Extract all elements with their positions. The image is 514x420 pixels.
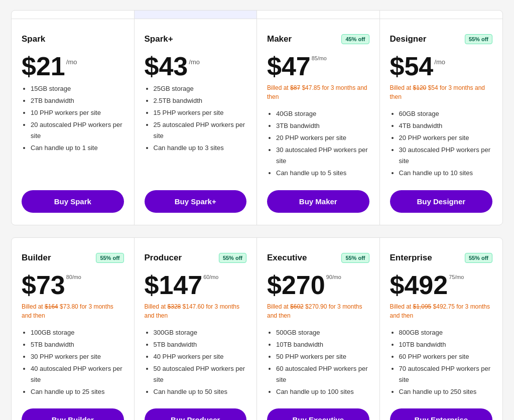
buy-button[interactable]: Buy Executive [267, 408, 369, 420]
buy-button[interactable]: Buy Designer [390, 190, 493, 213]
discount-badge: 55% off [465, 34, 492, 44]
discount-badge: 55% off [96, 253, 123, 263]
plan-card: Executive 55% off $270 90/mo Billed at $… [257, 238, 380, 420]
banner-spacer-4 [380, 11, 503, 19]
price-superscript: 85/mo [312, 55, 327, 64]
plan-card: Enterprise 55% off $492 75/mo Billed at … [380, 238, 503, 420]
buy-button[interactable]: Buy Enterprise [390, 408, 493, 420]
feature-item: 30 PHP workers per site [31, 351, 124, 362]
feature-item: 20 PHP workers per site [399, 132, 493, 144]
buy-button[interactable]: Buy Spark+ [145, 190, 247, 213]
features-list: 800GB storage10TB bandwidth60 PHP worker… [390, 327, 493, 399]
bottom-plans-row: Builder 55% off $73 80/mo Billed at $164… [12, 238, 502, 420]
features-list: 60GB storage4TB bandwidth20 PHP workers … [390, 108, 493, 180]
price-per-mo: /mo [189, 58, 200, 66]
feature-item: Can handle up to 10 sites [399, 168, 493, 179]
feature-item: 15GB storage [31, 83, 124, 94]
price-main: $270 [267, 272, 325, 298]
plan-name: Producer [145, 253, 182, 263]
plan-name: Executive [267, 253, 307, 263]
price-superscript: 80/mo [66, 274, 81, 283]
feature-item: 20 autoscaled PHP workers per site [31, 119, 124, 142]
feature-item: 3TB bandwidth [276, 120, 369, 131]
plan-name: Maker [267, 34, 292, 44]
plan-name-row: Maker 45% off [267, 31, 369, 47]
feature-item: 60GB storage [399, 108, 493, 119]
feature-item: 2.5TB bandwidth [154, 95, 247, 106]
banner-spacer-3 [257, 11, 380, 19]
price-main: $147 [145, 272, 203, 298]
feature-item: 40 PHP workers per site [154, 351, 247, 362]
features-list: 300GB storage5TB bandwidth40 PHP workers… [145, 327, 247, 399]
feature-item: 15 PHP workers per site [154, 107, 247, 118]
feature-item: 20 PHP workers per site [276, 132, 369, 144]
price-per-mo: /mo [66, 58, 77, 66]
plan-name: Enterprise [390, 253, 432, 263]
plan-card: Producer 55% off $147 60/mo Billed at $3… [135, 238, 258, 420]
feature-item: 10TB bandwidth [276, 339, 369, 350]
price-main: $73 [22, 272, 65, 298]
feature-item: 25 autoscaled PHP workers per site [154, 119, 247, 142]
plan-name-row: Builder 55% off [22, 250, 124, 266]
plan-name-row: Spark+ [145, 31, 247, 47]
feature-item: Can handle up to 50 sites [154, 386, 247, 397]
price-superscript: 75/mo [449, 274, 464, 283]
price-main: $54 [390, 53, 434, 79]
feature-item: Can handle up to 3 sites [154, 143, 247, 154]
feature-item: 4TB bandwidth [399, 120, 493, 131]
buy-button[interactable]: Buy Builder [22, 408, 124, 420]
price-main: $47 [267, 53, 311, 79]
features-list: 40GB storage3TB bandwidth20 PHP workers … [267, 108, 369, 180]
best-value-banner [135, 11, 258, 19]
feature-item: 5TB bandwidth [31, 339, 124, 350]
feature-item: Can handle up to 5 sites [276, 168, 369, 179]
feature-item: 10 PHP workers per site [31, 107, 124, 118]
top-plans-row: Spark $21 /mo 15GB storage2TB bandwidth1… [12, 19, 502, 225]
feature-item: 100GB storage [31, 327, 124, 338]
feature-item: Can handle up to 1 site [31, 143, 124, 154]
pricing-wrapper: Spark $21 /mo 15GB storage2TB bandwidth1… [11, 10, 503, 420]
banner-row [12, 11, 502, 19]
feature-item: 500GB storage [276, 327, 369, 338]
buy-button[interactable]: Buy Maker [267, 190, 369, 213]
buy-button[interactable]: Buy Spark [22, 190, 124, 213]
price-superscript: 90/mo [326, 274, 341, 283]
banner-spacer-1 [12, 11, 135, 19]
feature-item: 50 autoscaled PHP workers per site [154, 363, 247, 385]
plan-card: Maker 45% off $47 85/mo Billed at $87 $4… [257, 19, 380, 225]
feature-item: 40GB storage [276, 108, 369, 119]
price-main: $21 [22, 53, 65, 79]
price-superscript: 60/mo [203, 274, 218, 283]
feature-item: Can handle up to 250 sites [399, 386, 493, 397]
feature-item: 800GB storage [399, 327, 493, 338]
discount-badge: 55% off [465, 253, 492, 263]
feature-item: 70 autoscaled PHP workers per site [399, 363, 493, 385]
feature-item: Can handle up to 100 sites [276, 386, 369, 397]
feature-item: 30 autoscaled PHP workers per site [276, 145, 369, 167]
plan-card: Spark+ $43 /mo 25GB storage2.5TB bandwid… [135, 19, 258, 225]
buy-button[interactable]: Buy Producer [145, 408, 247, 420]
plan-name-row: Enterprise 55% off [390, 250, 493, 266]
feature-item: 40 autoscaled PHP workers per site [31, 363, 124, 385]
plan-name-row: Spark [22, 31, 124, 47]
feature-item: 25GB storage [154, 83, 247, 94]
feature-item: 30 autoscaled PHP workers per site [399, 145, 493, 167]
features-list: 25GB storage2.5TB bandwidth15 PHP worker… [145, 83, 247, 180]
price-main: $492 [390, 272, 448, 298]
feature-item: 10TB bandwidth [399, 339, 493, 350]
feature-item: 300GB storage [154, 327, 247, 338]
features-list: 100GB storage5TB bandwidth30 PHP workers… [22, 327, 124, 399]
feature-item: 60 autoscaled PHP workers per site [276, 363, 369, 385]
discount-badge: 45% off [341, 34, 369, 44]
price-per-mo: /mo [434, 58, 445, 66]
features-list: 15GB storage2TB bandwidth10 PHP workers … [22, 83, 124, 180]
feature-item: Can handle up to 25 sites [31, 386, 124, 397]
feature-item: 5TB bandwidth [154, 339, 247, 350]
plan-card: Designer 55% off $54 /mo Billed at $120 … [380, 19, 503, 225]
plan-card: Spark $21 /mo 15GB storage2TB bandwidth1… [12, 19, 135, 225]
discount-badge: 55% off [219, 253, 246, 263]
plan-name-row: Producer 55% off [145, 250, 247, 266]
plan-name: Spark [22, 34, 45, 44]
plan-name: Spark+ [145, 34, 173, 44]
plan-name-row: Executive 55% off [267, 250, 369, 266]
